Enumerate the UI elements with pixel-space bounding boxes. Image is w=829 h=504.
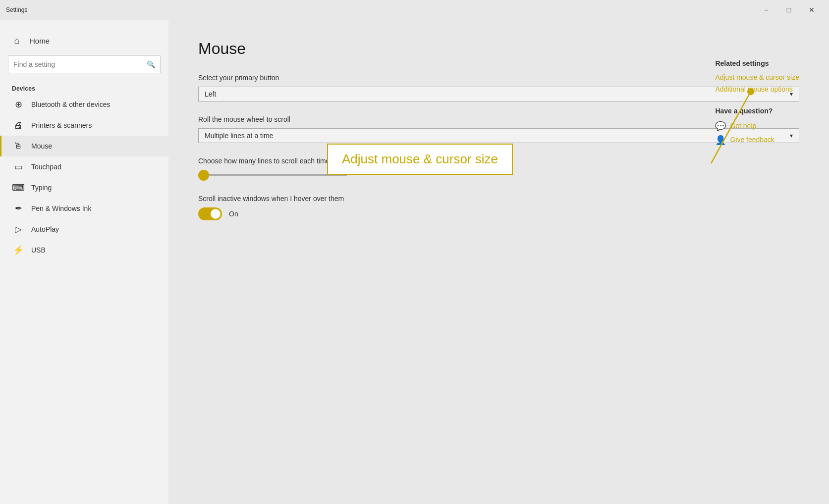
- sidebar-item-label: AutoPlay: [31, 225, 59, 233]
- sidebar-item-printers[interactable]: 🖨 Printers & scanners: [0, 115, 168, 136]
- scroll-wheel-group: Roll the mouse wheel to scroll Multiple …: [198, 115, 799, 143]
- autoplay-icon: ▷: [13, 224, 23, 234]
- feedback-item[interactable]: 👤 Give feedback: [715, 135, 799, 145]
- related-settings-title: Related settings: [715, 59, 799, 67]
- minimize-button[interactable]: −: [755, 0, 777, 20]
- pen-icon: ✒: [13, 203, 23, 213]
- sidebar-item-label: Mouse: [31, 142, 52, 150]
- have-question-section: Have a question? 💬 Get help 👤 Give feedb…: [715, 107, 799, 145]
- scroll-inactive-group: Scroll inactive windows when I hover ove…: [198, 195, 799, 220]
- sidebar-item-label: USB: [31, 246, 46, 254]
- search-icon: 🔍: [147, 60, 155, 68]
- scroll-wheel-label: Roll the mouse wheel to scroll: [198, 115, 799, 123]
- sidebar-item-mouse[interactable]: 🖱 Mouse: [0, 136, 168, 156]
- toggle-row: On: [198, 207, 799, 220]
- app-title: Settings: [6, 6, 755, 13]
- main-content: Mouse Select your primary button Left ▾ …: [168, 20, 829, 504]
- scroll-lines-group: Choose how many lines to scroll each tim…: [198, 157, 799, 181]
- search-container: 🔍: [0, 51, 168, 81]
- feedback-icon: 👤: [715, 135, 725, 145]
- get-help-icon: 💬: [715, 121, 725, 131]
- scroll-inactive-label: Scroll inactive windows when I hover ove…: [198, 195, 799, 202]
- sidebar-item-home[interactable]: ⌂ Home: [0, 30, 168, 51]
- usb-icon: ⚡: [13, 245, 23, 255]
- sidebar-item-label: Touchpad: [31, 163, 61, 171]
- primary-button-dropdown[interactable]: Left ▾: [198, 87, 799, 101]
- search-input[interactable]: [13, 60, 143, 68]
- scroll-lines-label: Choose how many lines to scroll each tim…: [198, 157, 799, 165]
- titlebar: Settings − □ ✕: [0, 0, 829, 20]
- typing-icon: ⌨: [13, 183, 23, 193]
- sidebar: ⌂ Home 🔍 Devices ⊕ Bluetooth & other dev…: [0, 20, 168, 504]
- primary-button-value: Left: [205, 90, 216, 98]
- toggle-state-label: On: [229, 210, 238, 218]
- additional-options-link[interactable]: Additional mouse options: [715, 85, 799, 93]
- get-help-item[interactable]: 💬 Get help: [715, 121, 799, 131]
- sidebar-item-bluetooth[interactable]: ⊕ Bluetooth & other devices: [0, 94, 168, 115]
- sidebar-home-label: Home: [30, 37, 50, 45]
- slider-track[interactable]: [208, 174, 347, 176]
- mouse-icon: 🖱: [13, 141, 23, 151]
- related-settings-panel: Related settings Adjust mouse & cursor s…: [715, 59, 799, 149]
- sidebar-item-label: Printers & scanners: [31, 121, 92, 129]
- sidebar-item-label: Pen & Windows Ink: [31, 204, 91, 212]
- scroll-wheel-dropdown[interactable]: Multiple lines at a time ▾: [198, 128, 799, 143]
- window-controls: − □ ✕: [755, 0, 823, 20]
- sidebar-item-typing[interactable]: ⌨ Typing: [0, 177, 168, 198]
- scroll-wheel-value: Multiple lines at a time: [205, 132, 274, 140]
- have-question-title: Have a question?: [715, 107, 799, 115]
- scroll-lines-slider[interactable]: [198, 170, 799, 181]
- get-help-link[interactable]: Get help: [730, 122, 756, 130]
- close-button[interactable]: ✕: [800, 0, 823, 20]
- home-icon: ⌂: [12, 36, 22, 46]
- sidebar-section-label: Devices: [0, 81, 168, 94]
- touchpad-icon: ▭: [13, 162, 23, 172]
- sidebar-item-touchpad[interactable]: ▭ Touchpad: [0, 156, 168, 177]
- bluetooth-icon: ⊕: [13, 100, 23, 109]
- sidebar-item-usb[interactable]: ⚡ USB: [0, 240, 168, 260]
- sidebar-item-pen[interactable]: ✒ Pen & Windows Ink: [0, 198, 168, 219]
- scroll-inactive-toggle[interactable]: [198, 207, 222, 220]
- slider-thumb[interactable]: [198, 170, 209, 181]
- printer-icon: 🖨: [13, 120, 23, 130]
- adjust-cursor-link[interactable]: Adjust mouse & cursor size: [715, 73, 799, 81]
- maximize-button[interactable]: □: [777, 0, 800, 20]
- primary-button-group: Select your primary button Left ▾: [198, 74, 799, 101]
- feedback-link[interactable]: Give feedback: [730, 136, 774, 144]
- sidebar-item-label: Bluetooth & other devices: [31, 101, 111, 108]
- sidebar-item-label: Typing: [31, 184, 52, 192]
- sidebar-item-autoplay[interactable]: ▷ AutoPlay: [0, 219, 168, 240]
- page-title: Mouse: [198, 40, 799, 58]
- search-box: 🔍: [8, 55, 161, 73]
- primary-button-label: Select your primary button: [198, 74, 799, 82]
